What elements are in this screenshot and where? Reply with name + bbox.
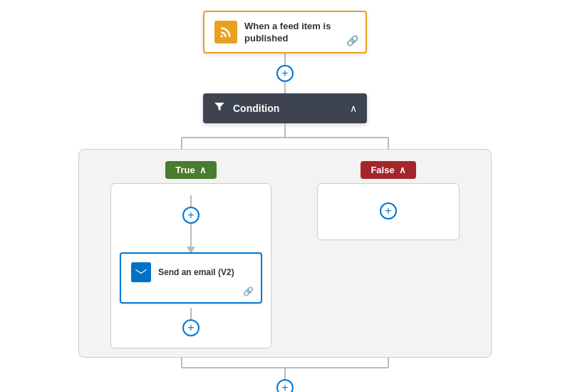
true-line-mid [190,224,192,235]
final-add-button[interactable]: + [276,379,294,392]
false-add-connector: + [380,202,397,220]
email-link-icon: 🔗 [243,287,254,296]
condition-label: Condition [233,103,343,114]
condition-chevron[interactable]: ∧ [350,103,357,114]
condition-icon [213,100,226,116]
true-chevron: ∧ [200,165,207,175]
true-branch-box: + [110,183,271,349]
false-add-button[interactable]: + [380,202,397,220]
true-line-top [190,195,192,207]
line-2 [284,82,286,93]
line-1 [284,53,286,65]
true-bottom-connector: + [182,308,200,336]
rss-icon [214,21,237,43]
flow-canvas: When a feed item is published 🔗 + Condit… [7,4,563,388]
branches-container: True ∧ + [78,149,492,358]
svg-rect-6 [136,268,147,277]
true-add-connector: + [182,195,200,252]
false-label-text: False [370,165,394,175]
false-branch-col: False ∧ + [317,161,460,240]
trigger-card[interactable]: When a feed item is published 🔗 [203,11,367,53]
email-icon [131,262,151,282]
email-action-card[interactable]: Send an email (V2) 🔗 [120,252,262,304]
false-branch-box: + [317,183,460,240]
split-lines-svg [78,123,492,149]
true-bottom-add-button[interactable]: + [182,319,200,336]
connector-1: + [276,53,294,93]
true-arrow-line [190,235,192,247]
true-label[interactable]: True ∧ [165,161,216,179]
email-label: Send an email (V2) [158,267,234,277]
trigger-label: When a feed item is published [244,21,356,45]
true-bot-line [190,308,192,319]
false-chevron: ∧ [399,165,406,175]
true-add-button[interactable]: + [182,207,200,224]
false-label[interactable]: False ∧ [361,161,415,179]
add-step-button-1[interactable]: + [276,65,294,82]
true-branch-col: True ∧ + [110,161,271,349]
svg-point-0 [221,35,223,37]
merge-lines-svg [78,358,492,379]
condition-card[interactable]: Condition ∧ [203,93,367,123]
true-label-text: True [175,165,195,175]
trigger-link-icon: 🔗 [346,35,358,46]
